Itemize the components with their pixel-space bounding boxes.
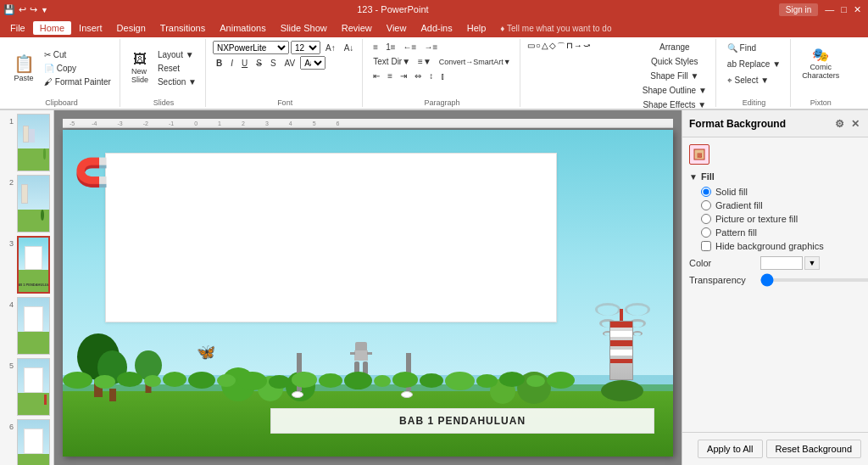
gradient-fill-radio[interactable]	[701, 200, 711, 210]
underline-button[interactable]: U	[238, 57, 251, 70]
decrease-font-button[interactable]: A↓	[341, 42, 358, 54]
color-picker-button[interactable]: ▼	[804, 256, 820, 270]
bullets-button[interactable]: ≡	[370, 41, 381, 53]
find-button[interactable]: 🔍 Find	[723, 41, 785, 55]
text-direction-button[interactable]: Text Dir▼	[370, 55, 414, 68]
layout-button[interactable]: Layout ▼	[154, 48, 200, 61]
undo-icon[interactable]: ↩	[19, 4, 26, 15]
columns-button[interactable]: ⫿	[437, 70, 448, 82]
ruler-horizontal: -5-4-3-2-10123456	[63, 119, 673, 128]
panel-settings-icon[interactable]: ⚙	[833, 116, 846, 132]
thumb-img-2[interactable]	[17, 175, 50, 232]
center-button[interactable]: ≡	[384, 70, 396, 82]
redo-icon[interactable]: ↪	[30, 4, 37, 15]
slide-thumb-6[interactable]: 6	[3, 419, 50, 465]
sign-in-button[interactable]: Sign in	[779, 3, 819, 16]
maximize-button[interactable]: □	[841, 4, 847, 14]
shape-fill-button[interactable]: Shape Fill ▼	[639, 70, 710, 82]
slide-thumb-1[interactable]: 1	[3, 114, 50, 171]
slide-content-box[interactable]	[105, 153, 557, 322]
replace-button[interactable]: ab Replace ▼	[723, 57, 785, 71]
thumb-img-3[interactable]: BAB 1 PENDAHULUAN	[17, 236, 50, 294]
picture-texture-radio[interactable]	[701, 214, 711, 224]
transparency-slider[interactable]	[760, 278, 868, 282]
reset-button[interactable]: Reset	[154, 62, 200, 75]
pattern-fill-radio[interactable]	[701, 227, 711, 238]
new-slide-button[interactable]: 🖼 NewSlide	[127, 46, 153, 90]
paste-button[interactable]: 📋 Paste	[8, 46, 39, 90]
numbering-button[interactable]: 1≡	[382, 41, 398, 53]
pattern-fill-label: Pattern fill	[715, 227, 757, 238]
menu-help[interactable]: Help	[460, 21, 493, 35]
menu-review[interactable]: Review	[335, 21, 379, 35]
bold-button[interactable]: B	[213, 57, 225, 70]
align-right-button[interactable]: ⇥	[397, 70, 410, 82]
copy-button[interactable]: 📄 Copy	[41, 62, 114, 75]
menu-animations[interactable]: Animations	[213, 21, 272, 35]
fill-toggle-icon[interactable]: ▼	[689, 172, 698, 182]
tell-me-input[interactable]: ♦ Tell me what you want to do	[493, 22, 618, 35]
spacing-button[interactable]: AV	[281, 57, 299, 70]
menu-addins[interactable]: Add-ins	[414, 21, 459, 35]
select-button[interactable]: ⌖ Select ▼	[723, 73, 785, 88]
align-text-button[interactable]: ≡▼	[415, 55, 435, 68]
menu-design[interactable]: Design	[110, 21, 153, 35]
slide-canvas[interactable]: 🧲	[63, 130, 673, 457]
thumb-img-1[interactable]	[17, 114, 50, 171]
save-icon[interactable]: 💾	[3, 4, 15, 15]
fill-icon-btn[interactable]: ▩	[689, 144, 709, 165]
hide-background-option[interactable]: Hide background graphics	[701, 241, 861, 251]
menu-insert[interactable]: Insert	[72, 21, 109, 35]
font-family-select[interactable]: NXPowerLite	[213, 41, 289, 54]
comic-characters-button[interactable]: 🎭 ComicCharacters	[798, 41, 843, 85]
thumb-img-4[interactable]	[17, 297, 50, 355]
gradient-fill-option[interactable]: Gradient fill	[701, 200, 861, 210]
strikethrough-button[interactable]: S	[253, 57, 265, 70]
increase-font-button[interactable]: A↑	[322, 42, 339, 54]
slide-thumb-3[interactable]: 3 BAB 1 PENDAHULUAN	[3, 236, 50, 294]
increase-indent-button[interactable]: →≡	[420, 41, 441, 53]
convert-smartart-button[interactable]: Convert→SmartArt▼	[436, 55, 515, 68]
customize-icon[interactable]: ▼	[41, 5, 48, 14]
menu-view[interactable]: View	[380, 21, 414, 35]
shadow-button[interactable]: S	[267, 57, 280, 70]
fill-section-header[interactable]: ▼ Fill	[689, 171, 861, 182]
slide-thumb-5[interactable]: 5	[3, 358, 50, 416]
decrease-indent-button[interactable]: ←≡	[400, 41, 420, 53]
italic-button[interactable]: I	[227, 57, 236, 70]
menu-transitions[interactable]: Transitions	[153, 21, 212, 35]
color-swatch[interactable]	[760, 256, 803, 270]
menu-file[interactable]: File	[3, 21, 32, 35]
format-painter-button[interactable]: 🖌 Format Painter	[41, 76, 114, 88]
solid-fill-option[interactable]: Solid fill	[701, 187, 861, 197]
thumb-img-5[interactable]	[17, 358, 50, 416]
minimize-button[interactable]: —	[825, 4, 834, 14]
font-color-select[interactable]: Aa	[300, 56, 326, 70]
menu-slideshow[interactable]: Slide Show	[274, 21, 334, 35]
slide-thumb-4[interactable]: 4	[3, 297, 50, 355]
hide-background-checkbox[interactable]	[701, 241, 711, 251]
line-spacing-button[interactable]: ↕	[426, 70, 437, 82]
shape-outline-button[interactable]: Shape Outline ▼	[639, 84, 710, 97]
apply-to-all-button[interactable]: Apply to All	[698, 440, 762, 458]
cut-button[interactable]: ✂ Cut	[41, 48, 114, 61]
color-label: Color	[689, 258, 757, 268]
section-button[interactable]: Section ▼	[154, 76, 200, 88]
thumb-img-6[interactable]	[17, 419, 50, 465]
slides-label: Slides	[127, 97, 200, 107]
reset-background-button[interactable]: Reset Background	[766, 440, 862, 458]
slide-thumb-2[interactable]: 2	[3, 175, 50, 232]
pattern-fill-option[interactable]: Pattern fill	[701, 227, 861, 238]
font-size-select[interactable]: 12	[291, 41, 320, 54]
fill-section-label: Fill	[701, 171, 715, 182]
arrange-button[interactable]: Arrange	[639, 41, 710, 53]
panel-close-icon[interactable]: ✕	[849, 116, 861, 132]
quick-styles-button[interactable]: Quick Styles	[639, 55, 710, 68]
shape-effects-button[interactable]: Shape Effects ▼	[639, 98, 710, 109]
solid-fill-radio[interactable]	[701, 187, 711, 197]
align-left-button[interactable]: ⇤	[370, 70, 383, 82]
picture-texture-fill-option[interactable]: Picture or texture fill	[701, 214, 861, 224]
close-button[interactable]: ✕	[854, 4, 861, 15]
menu-home[interactable]: Home	[33, 21, 71, 35]
justify-button[interactable]: ⇔	[411, 70, 425, 82]
